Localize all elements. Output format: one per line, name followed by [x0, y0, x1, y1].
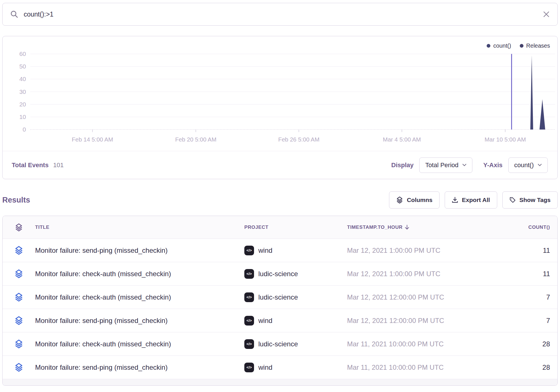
cell-title: Monitor failure: check-auth (missed_chec…: [35, 293, 244, 301]
columns-button-label: Columns: [407, 197, 432, 203]
cell-project: </> ludic-science: [244, 292, 347, 302]
export-all-button-label: Export All: [462, 197, 490, 203]
project-name: wind: [258, 246, 272, 254]
cell-count: 28: [501, 340, 557, 348]
table-header-row: TITLE PROJECT TIMESTAMP.TO_HOUR COUNT(): [3, 216, 557, 239]
columns-button[interactable]: Columns: [389, 191, 440, 209]
legend-item-count[interactable]: count(): [487, 43, 511, 49]
stack-icon: [3, 269, 35, 278]
svg-text:Feb 26 5:00 AM: Feb 26 5:00 AM: [278, 136, 320, 143]
svg-text:Feb 20 5:00 AM: Feb 20 5:00 AM: [175, 136, 217, 143]
stack-icon: [3, 292, 35, 302]
export-all-button[interactable]: Export All: [445, 191, 497, 209]
cell-timestamp: Mar 12, 2021 1:00:00 PM UTC: [347, 246, 501, 254]
project-platform-icon: </>: [244, 339, 254, 349]
cell-count: 11: [501, 246, 557, 254]
chart-footer: Total Events 101 Display Total Period Y-…: [3, 151, 557, 179]
svg-text:0: 0: [23, 126, 26, 133]
table-row: Monitor failure: check-auth (missed_chec…: [3, 332, 557, 356]
svg-text:Feb 14 5:00 AM: Feb 14 5:00 AM: [72, 136, 113, 143]
columns-icon: [396, 196, 403, 204]
svg-text:10: 10: [19, 114, 26, 120]
search-bar: [2, 3, 558, 26]
svg-text:30: 30: [19, 88, 26, 95]
clear-search-icon[interactable]: [543, 11, 550, 18]
table-row: Monitor failure: send-ping (missed_check…: [3, 356, 557, 379]
results-table: TITLE PROJECT TIMESTAMP.TO_HOUR COUNT() …: [2, 216, 558, 386]
total-events-label: Total Events: [12, 161, 49, 169]
stack-icon: [3, 316, 35, 325]
results-header-row: Results Columns Export All: [2, 191, 558, 209]
cell-count: 7: [501, 293, 557, 301]
svg-text:Mar 4 5:00 AM: Mar 4 5:00 AM: [383, 136, 421, 143]
display-dropdown[interactable]: Total Period: [419, 157, 472, 173]
column-header-timestamp[interactable]: TIMESTAMP.TO_HOUR: [347, 225, 501, 230]
results-heading: Results: [2, 196, 30, 205]
display-dropdown-value: Total Period: [425, 161, 458, 169]
show-tags-button[interactable]: Show Tags: [502, 191, 558, 209]
y-axis-label: Y-Axis: [483, 161, 502, 169]
legend-item-releases[interactable]: Releases: [520, 43, 550, 49]
cell-timestamp: Mar 12, 2021 12:00:00 PM UTC: [347, 317, 501, 325]
table-footer-strip: [3, 379, 557, 385]
svg-text:Mar 10 5:00 AM: Mar 10 5:00 AM: [485, 136, 526, 143]
column-header-count[interactable]: COUNT(): [501, 225, 557, 230]
project-name: wind: [258, 317, 272, 325]
table-row: Monitor failure: send-ping (missed_check…: [3, 239, 557, 262]
cell-count: 11: [501, 270, 557, 278]
display-label: Display: [391, 161, 414, 169]
project-platform-icon: </>: [244, 363, 254, 372]
y-axis-dropdown[interactable]: count(): [508, 157, 548, 173]
search-input[interactable]: [24, 11, 543, 18]
project-platform-icon: </>: [244, 292, 254, 302]
discover-page: count() Releases 0102030405060Feb 14 5:0…: [0, 0, 560, 386]
cell-title: Monitor failure: check-auth (missed_chec…: [35, 270, 244, 278]
cell-count: 28: [501, 363, 557, 371]
legend-dot-releases: [520, 44, 523, 48]
cell-title: Monitor failure: check-auth (missed_chec…: [35, 340, 244, 348]
svg-text:50: 50: [19, 63, 26, 70]
download-icon: [452, 197, 458, 203]
cell-project: </> wind: [244, 363, 347, 372]
chevron-down-icon: [538, 164, 542, 166]
chevron-down-icon: [462, 164, 466, 166]
cell-timestamp: Mar 11, 2021 10:00:00 PM UTC: [347, 340, 501, 348]
project-name: ludic-science: [258, 340, 298, 348]
events-chart-panel: count() Releases 0102030405060Feb 14 5:0…: [2, 36, 558, 179]
legend-label: Releases: [526, 43, 550, 49]
legend-dot-count: [487, 44, 490, 48]
stack-icon: [3, 223, 35, 232]
cell-title: Monitor failure: send-ping (missed_check…: [35, 317, 244, 325]
cell-title: Monitor failure: send-ping (missed_check…: [35, 363, 244, 371]
project-platform-icon: </>: [244, 246, 254, 255]
svg-text:60: 60: [19, 50, 26, 57]
project-platform-icon: </>: [244, 316, 254, 326]
table-row: Monitor failure: check-auth (missed_chec…: [3, 286, 557, 309]
cell-timestamp: Mar 12, 2021 12:00:00 PM UTC: [347, 293, 501, 301]
chart-legend: count() Releases: [487, 43, 550, 49]
column-header-project[interactable]: PROJECT: [244, 225, 347, 230]
table-row: Monitor failure: check-auth (missed_chec…: [3, 262, 557, 286]
cell-project: </> wind: [244, 316, 347, 326]
svg-text:40: 40: [19, 76, 26, 82]
y-axis-dropdown-value: count(): [514, 161, 534, 169]
cell-project: </> wind: [244, 246, 347, 255]
project-platform-icon: </>: [244, 269, 254, 279]
svg-text:20: 20: [19, 101, 26, 108]
tag-icon: [509, 197, 516, 203]
cell-timestamp: Mar 12, 2021 1:00:00 PM UTC: [347, 270, 501, 278]
legend-label: count(): [493, 43, 511, 49]
events-chart: 0102030405060Feb 14 5:00 AMFeb 20 5:00 A…: [3, 36, 557, 148]
cell-timestamp: Mar 11, 2021 10:00:00 PM UTC: [347, 363, 501, 371]
table-row: Monitor failure: send-ping (missed_check…: [3, 309, 557, 332]
cell-project: </> ludic-science: [244, 269, 347, 279]
cell-title: Monitor failure: send-ping (missed_check…: [35, 246, 244, 254]
stack-icon: [3, 363, 35, 372]
cell-project: </> ludic-science: [244, 339, 347, 349]
project-name: wind: [258, 363, 272, 371]
column-header-title[interactable]: TITLE: [35, 225, 244, 230]
show-tags-button-label: Show Tags: [519, 197, 551, 203]
stack-icon: [3, 246, 35, 255]
project-name: ludic-science: [258, 293, 298, 301]
total-events-value: 101: [53, 161, 64, 169]
